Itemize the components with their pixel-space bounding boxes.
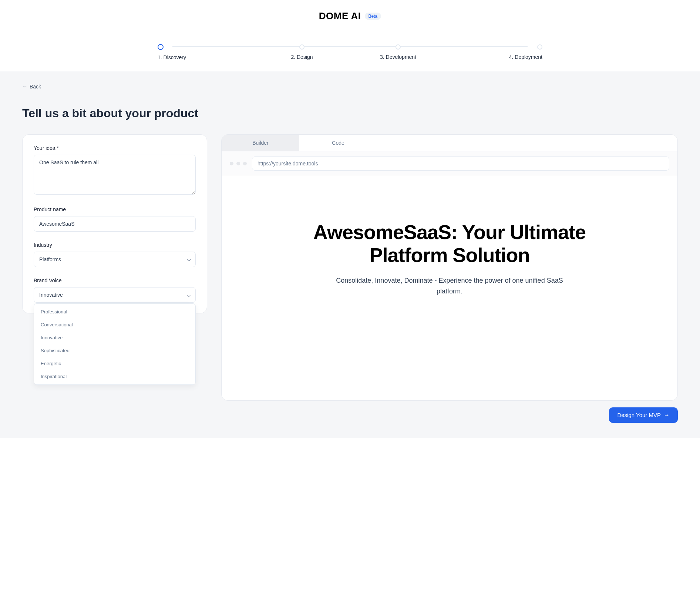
step-circle-development[interactable]: [396, 44, 401, 50]
stepper: 1. Discovery 2. Design 3. Development 4.…: [143, 44, 557, 71]
brand-voice-option[interactable]: Inspirational: [34, 370, 195, 383]
chevron-down-icon: [187, 258, 191, 261]
brand-voice-option[interactable]: Sophisticated: [34, 344, 195, 357]
chevron-down-icon: [187, 293, 191, 297]
idea-label: Your idea *: [34, 145, 196, 151]
beta-badge: Beta: [365, 13, 381, 20]
step-circle-discovery[interactable]: [158, 44, 164, 50]
preview-card: Builder Code https://yoursite.dome.tools…: [221, 134, 678, 401]
industry-value: Platforms: [39, 256, 61, 262]
back-button[interactable]: ← Back: [22, 84, 41, 90]
brand-voice-option[interactable]: Professional: [34, 305, 195, 318]
page-title: Tell us a bit about your product: [22, 107, 678, 120]
arrow-left-icon: ←: [22, 84, 27, 90]
preview-body: AwesomeSaaS: Your Ultimate Platform Solu…: [222, 176, 677, 400]
step-circle-design[interactable]: [299, 44, 304, 50]
preview-tabs: Builder Code: [222, 135, 677, 151]
preview-heading: AwesomeSaaS: Your Ultimate Platform Solu…: [313, 221, 586, 266]
header: DOME AI Beta 1. Discovery 2. Design 3. D…: [0, 0, 700, 71]
tab-code[interactable]: Code: [299, 135, 377, 151]
step-label: 4. Deployment: [509, 54, 542, 60]
brand-voice-option[interactable]: Innovative: [34, 331, 195, 344]
step-label: 2. Design: [291, 54, 313, 60]
back-label: Back: [30, 84, 41, 90]
design-mvp-button[interactable]: Design Your MVP →: [609, 407, 678, 423]
footer: Design Your MVP →: [271, 407, 678, 423]
brand-voice-value: Innovative: [39, 292, 63, 298]
product-name-label: Product name: [34, 206, 196, 212]
brand-voice-option[interactable]: Energetic: [34, 357, 195, 370]
brand-voice-dropdown: Professional Conversational Innovative S…: [34, 303, 196, 385]
step-circle-deployment[interactable]: [537, 44, 542, 50]
industry-select[interactable]: Platforms: [34, 252, 196, 267]
brand-voice-label: Brand Voice: [34, 278, 196, 283]
dot-icon: [243, 162, 247, 165]
brand-voice-option[interactable]: Conversational: [34, 318, 195, 331]
url-display: https://yoursite.dome.tools: [252, 157, 669, 171]
idea-textarea[interactable]: [34, 155, 196, 195]
traffic-light-icons: [230, 162, 247, 165]
industry-label: Industry: [34, 242, 196, 248]
arrow-right-icon: →: [664, 412, 670, 418]
tab-builder[interactable]: Builder: [222, 135, 299, 151]
url-bar: https://yoursite.dome.tools: [222, 151, 677, 176]
dot-icon: [230, 162, 233, 165]
form-card: Your idea * Product name Industry Platfo…: [22, 134, 207, 313]
logo: DOME AI: [319, 10, 361, 22]
step-label: 3. Development: [380, 54, 416, 60]
step-label: 1. Discovery: [158, 54, 186, 60]
cta-label: Design Your MVP: [617, 412, 661, 418]
dot-icon: [236, 162, 240, 165]
product-name-input[interactable]: [34, 216, 196, 232]
preview-subheading: Consolidate, Innovate, Dominate - Experi…: [335, 275, 564, 297]
main-content: ← Back Tell us a bit about your product …: [0, 71, 700, 438]
brand-voice-select[interactable]: Innovative: [34, 287, 196, 303]
